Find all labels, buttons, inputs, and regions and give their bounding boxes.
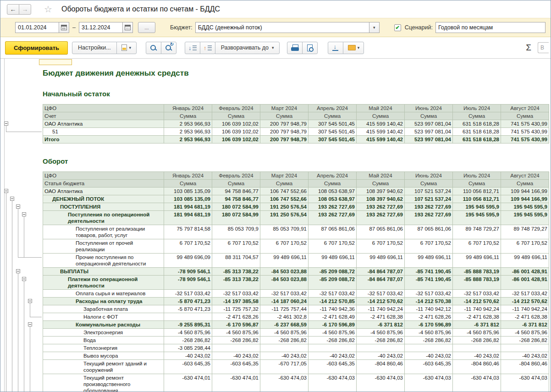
value-cell[interactable]: 94 758 846,77 bbox=[212, 195, 260, 203]
sum-column-header[interactable]: Сумма bbox=[260, 180, 309, 188]
sum-column-header[interactable]: Сумма bbox=[212, 112, 260, 120]
clipped-field[interactable]: В bbox=[538, 42, 549, 53]
value-cell[interactable]: -4 560 875,96 bbox=[212, 329, 260, 337]
value-cell[interactable]: 6 707 170,52 bbox=[309, 239, 357, 254]
value-cell[interactable]: 181 994 681,19 bbox=[164, 203, 212, 211]
month-column-header[interactable]: Август 2024 bbox=[501, 172, 549, 180]
value-cell[interactable]: -85 313 738,22 bbox=[212, 276, 260, 290]
value-cell[interactable]: -32 517 033,42 bbox=[164, 290, 212, 298]
value-cell[interactable]: -6 371 812 bbox=[357, 321, 405, 329]
collapse-box[interactable] bbox=[4, 189, 8, 193]
value-cell[interactable]: -84 864 787,07 bbox=[357, 268, 405, 276]
value-cell[interactable]: -32 517 033,42 bbox=[212, 290, 260, 298]
sum-column-header[interactable]: Сумма bbox=[357, 112, 405, 120]
value-cell[interactable]: -84 503 023,88 bbox=[260, 268, 309, 276]
value-cell[interactable]: 307 545 501,45 bbox=[309, 120, 357, 128]
row-label-cell[interactable]: Прочие поступления по операционной деяте… bbox=[43, 254, 164, 268]
value-cell[interactable]: -32 517 033,42 bbox=[405, 290, 453, 298]
save-file-button[interactable]: ↓ bbox=[328, 42, 343, 54]
row-label-cell[interactable]: ДЕНЕЖНЫЙ ПОТОК bbox=[43, 195, 164, 203]
value-cell[interactable]: 307 545 501,45 bbox=[309, 128, 357, 136]
month-column-header[interactable]: Июль 2024 bbox=[453, 105, 501, 112]
value-cell[interactable]: -5 870 471,23 bbox=[164, 298, 212, 305]
value-cell[interactable]: -268 286,82 bbox=[260, 337, 309, 344]
row-label-cell[interactable]: Заработная плата bbox=[43, 305, 164, 313]
value-cell[interactable]: 200 797 948,79 bbox=[260, 120, 309, 128]
month-column-header[interactable]: Апрель 2024 bbox=[309, 172, 357, 180]
value-cell[interactable]: -603 645,35 bbox=[405, 360, 453, 374]
value-cell[interactable]: -11 740 942,12 bbox=[405, 305, 453, 313]
value-cell[interactable]: 6 707 170,52 bbox=[212, 239, 260, 254]
value-cell[interactable]: 99 489 696,11 bbox=[309, 254, 357, 268]
value-cell[interactable]: -85 313 738,22 bbox=[212, 268, 260, 276]
value-cell[interactable]: 180 072 584,99 bbox=[212, 203, 260, 211]
value-cell[interactable]: -2 471 628,38 bbox=[501, 313, 549, 321]
scenario-checkbox[interactable]: ✔ bbox=[394, 24, 401, 31]
value-cell[interactable] bbox=[453, 344, 501, 352]
collapse-box[interactable] bbox=[28, 322, 32, 326]
row-label-cell[interactable]: Поступления от прочей реализации bbox=[43, 239, 164, 254]
value-cell[interactable]: -40 243,02 bbox=[164, 352, 212, 360]
sum-column-header[interactable]: Сумма bbox=[309, 112, 357, 120]
row-label-cell[interactable]: Налоги с ФОТ bbox=[43, 313, 164, 321]
value-cell[interactable]: -11 740 942,24 bbox=[357, 305, 405, 313]
value-cell[interactable]: -6 371 812 bbox=[501, 321, 549, 329]
sum-column-header[interactable]: Сумма bbox=[501, 180, 549, 188]
value-cell[interactable]: 103 085 135,09 bbox=[164, 188, 212, 195]
expand-groups-button[interactable]: ↑ bbox=[200, 42, 215, 54]
value-cell[interactable]: 108 397 940,62 bbox=[357, 188, 405, 195]
value-cell[interactable]: -85 888 783,19 bbox=[453, 276, 501, 290]
sum-column-header[interactable]: Сумма bbox=[309, 180, 357, 188]
month-column-header[interactable]: Апрель 2024 bbox=[309, 105, 357, 112]
value-cell[interactable]: -670 717,05 bbox=[260, 360, 309, 374]
value-cell[interactable]: 195 945 595,9 bbox=[453, 203, 501, 211]
value-cell[interactable]: -268 286,82 bbox=[164, 337, 212, 344]
value-cell[interactable]: 88 311 704,57 bbox=[212, 254, 260, 268]
value-cell[interactable]: -32 517 033,42 bbox=[309, 290, 357, 298]
value-cell[interactable]: -804 860,46 bbox=[357, 360, 405, 374]
value-cell[interactable] bbox=[212, 344, 260, 352]
value-cell[interactable]: -32 517 033,42 bbox=[453, 290, 501, 298]
value-cell[interactable]: -6 237 668,59 bbox=[260, 321, 309, 329]
row-label-cell[interactable]: 51 bbox=[43, 128, 164, 136]
value-cell[interactable]: 415 599 140,42 bbox=[357, 128, 405, 136]
row-label-cell[interactable]: Теплоэнергия bbox=[43, 344, 164, 352]
value-cell[interactable]: -11 725 757,32 bbox=[212, 305, 260, 313]
value-cell[interactable]: 741 575 430,99 bbox=[501, 120, 549, 128]
value-cell[interactable]: -11 725 757,44 bbox=[260, 305, 309, 313]
row-label-cell[interactable]: Итого bbox=[43, 136, 164, 144]
collapse-box[interactable] bbox=[10, 197, 14, 201]
value-cell[interactable]: -85 888 783,19 bbox=[453, 268, 501, 276]
row-label-cell[interactable]: Расходы на оплату труда bbox=[43, 298, 164, 305]
value-cell[interactable]: 6 707 170,52 bbox=[357, 239, 405, 254]
budget-dropdown-button[interactable]: ▾ bbox=[369, 22, 380, 33]
month-column-header[interactable]: Январь 2024 bbox=[164, 105, 212, 112]
value-cell[interactable]: 631 518 618,28 bbox=[453, 120, 501, 128]
value-cell[interactable]: -603 645,35 bbox=[309, 360, 357, 374]
value-cell[interactable]: 107 521 537,24 bbox=[405, 188, 453, 195]
value-cell[interactable]: -603 645,35 bbox=[212, 360, 260, 374]
value-cell[interactable]: -630 474,03 bbox=[453, 374, 501, 392]
value-cell[interactable]: -4 560 875,96 bbox=[260, 329, 309, 337]
month-column-header[interactable]: Июнь 2024 bbox=[405, 105, 453, 112]
value-cell[interactable]: -268 286,82 bbox=[309, 337, 357, 344]
value-cell[interactable]: -14 212 570,62 bbox=[357, 298, 405, 305]
value-cell[interactable]: -630 474,03 bbox=[309, 374, 357, 392]
value-cell[interactable]: 193 262 727,69 bbox=[405, 203, 453, 211]
value-cell[interactable]: 180 072 584,99 bbox=[212, 211, 260, 225]
value-cell[interactable]: -268 286,82 bbox=[405, 337, 453, 344]
value-cell[interactable]: -11 740 942,36 bbox=[309, 305, 357, 313]
generate-button[interactable]: Сформировать bbox=[5, 41, 68, 55]
value-cell[interactable] bbox=[260, 344, 309, 352]
month-column-header[interactable]: Июнь 2024 bbox=[405, 172, 453, 180]
value-cell[interactable]: -630 474,01 bbox=[164, 374, 212, 392]
value-cell[interactable]: -85 741 190,45 bbox=[405, 276, 453, 290]
row-label-cell[interactable]: Вода bbox=[43, 337, 164, 344]
favorite-star-icon[interactable]: ☆ bbox=[44, 5, 52, 14]
row-label-cell[interactable]: Поступления по операционной деятельности bbox=[43, 211, 164, 225]
value-cell[interactable]: 99 489 696,11 bbox=[405, 254, 453, 268]
value-cell[interactable] bbox=[501, 344, 549, 352]
value-cell[interactable]: 307 545 501,45 bbox=[309, 136, 357, 144]
scenario-input[interactable] bbox=[435, 22, 545, 33]
value-cell[interactable]: -268 286,82 bbox=[453, 337, 501, 344]
